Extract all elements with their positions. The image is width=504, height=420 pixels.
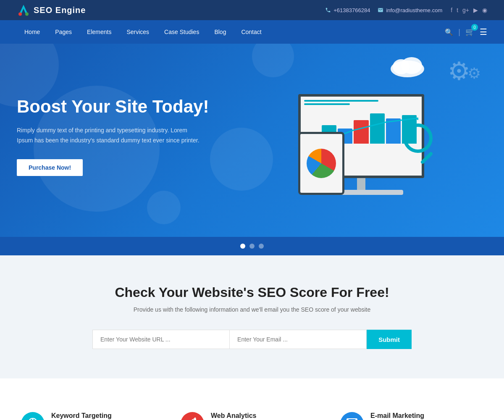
logo-text: SEO Engine — [34, 5, 86, 15]
email-icon-wrap — [340, 412, 364, 420]
nav-pages[interactable]: Pages — [47, 20, 79, 44]
nav-elements[interactable]: Elements — [79, 20, 119, 44]
nav-actions: 🔍 | 🛒 0 ☰ — [445, 27, 487, 37]
contact-info: +61383766284 info@radiustheme.com — [325, 7, 442, 13]
devices-illustration — [265, 69, 458, 203]
magnify-icon — [403, 123, 433, 165]
gear-small-icon: ⚙ — [467, 65, 481, 82]
top-bar-right: +61383766284 info@radiustheme.com f t g+… — [325, 7, 487, 13]
social-icons: f t g+ ▶ ◉ — [451, 7, 487, 13]
hero-illustration: ⚙ ⚙ — [235, 69, 487, 203]
svg-point-6 — [416, 118, 418, 120]
seo-section-subtitle: Provide us with the following informatio… — [17, 306, 487, 313]
target-icon — [27, 417, 38, 420]
service-web-analytics: Web Analytics Web analytics is the measu… — [181, 412, 323, 420]
submit-button[interactable]: Submit — [367, 330, 412, 349]
cart-badge: 0 — [471, 24, 478, 31]
phone-number: +61383766284 — [333, 7, 370, 13]
rss-icon[interactable]: ◉ — [482, 7, 487, 13]
hero-section: Boost Your Site Today! Rimply dummy text… — [0, 44, 504, 237]
slider-dot-1[interactable] — [240, 244, 245, 249]
email-input[interactable] — [229, 330, 367, 349]
pie-chart — [307, 149, 336, 178]
slider-dots — [0, 237, 504, 255]
screen-line-1 — [304, 100, 378, 102]
nav-divider: | — [458, 28, 460, 37]
phone-info: +61383766284 — [325, 7, 370, 13]
magnify-circle — [403, 123, 433, 153]
envelope-icon — [346, 418, 357, 420]
youtube-icon[interactable]: ▶ — [473, 7, 478, 13]
twitter-icon[interactable]: t — [457, 7, 458, 13]
services-section: Keyword Targeting Keywords are the searc… — [0, 378, 504, 420]
analytics-icon-wrap — [181, 412, 204, 420]
logo[interactable]: SEO Engine — [17, 3, 86, 17]
hamburger-icon[interactable]: ☰ — [480, 27, 487, 37]
email-content: E-mail Marketing Email marketing is dire… — [370, 412, 483, 420]
search-icon[interactable]: 🔍 — [445, 28, 453, 36]
nav-links: Home Pages Elements Services Case Studie… — [17, 20, 269, 44]
tablet — [298, 132, 344, 195]
svg-point-17 — [194, 417, 196, 419]
email-address: info@radiustheme.com — [386, 7, 442, 13]
monitor-stand — [357, 178, 365, 190]
services-grid: Keyword Targeting Keywords are the searc… — [17, 412, 487, 420]
keyword-icon-wrap — [21, 412, 45, 420]
seo-section-title: Check Your Website's SEO Score For Free! — [17, 285, 487, 300]
keyword-title: Keyword Targeting — [51, 412, 164, 420]
slider-dot-3[interactable] — [259, 244, 264, 249]
keyword-content: Keyword Targeting Keywords are the searc… — [51, 412, 164, 420]
service-keyword-targeting: Keyword Targeting Keywords are the searc… — [21, 412, 164, 420]
hero-title: Boost Your Site Today! — [17, 96, 235, 117]
slider-dot-2[interactable] — [249, 244, 255, 249]
website-url-input[interactable] — [92, 330, 229, 349]
nav-bar: Home Pages Elements Services Case Studie… — [0, 20, 504, 44]
svg-point-1 — [18, 13, 22, 16]
email-title: E-mail Marketing — [370, 412, 483, 420]
seo-score-section: Check Your Website's SEO Score For Free!… — [0, 255, 504, 378]
nav-contact[interactable]: Contact — [234, 20, 269, 44]
svg-marker-0 — [19, 5, 27, 13]
service-email-marketing: E-mail Marketing Email marketing is dire… — [340, 412, 483, 420]
hero-subtitle: Rimply dummy text of the printing and ty… — [17, 126, 202, 146]
cart-button[interactable]: 🛒 0 — [465, 27, 475, 37]
tablet-screen — [300, 134, 342, 193]
analytics-title: Web Analytics — [211, 412, 323, 420]
phone-icon — [325, 7, 331, 13]
hero-cta-button[interactable]: Purchase Now! — [17, 159, 83, 176]
email-info: info@radiustheme.com — [378, 7, 442, 13]
bar-chart-icon — [187, 417, 198, 420]
analytics-content: Web Analytics Web analytics is the measu… — [211, 412, 323, 420]
nav-blog[interactable]: Blog — [207, 20, 234, 44]
mail-icon — [378, 7, 383, 13]
magnify-handle — [420, 151, 433, 164]
nav-services[interactable]: Services — [119, 20, 157, 44]
bg-circle-5 — [147, 191, 181, 224]
hero-content: Boost Your Site Today! Rimply dummy text… — [17, 96, 235, 176]
nav-home[interactable]: Home — [17, 20, 47, 44]
screen-line-2 — [304, 103, 350, 105]
nav-case-studies[interactable]: Case Studies — [157, 20, 207, 44]
facebook-icon[interactable]: f — [451, 7, 452, 13]
top-bar: SEO Engine +61383766284 info@radiustheme… — [0, 0, 504, 20]
googleplus-icon[interactable]: g+ — [462, 7, 469, 13]
seo-form: Submit — [92, 330, 412, 349]
svg-point-2 — [25, 13, 29, 16]
